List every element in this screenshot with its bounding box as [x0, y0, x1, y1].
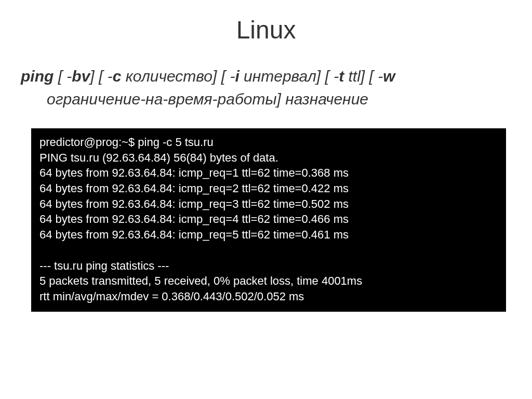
syntax-fragment: [ -: [54, 68, 72, 85]
terminal-line: 64 bytes from 92.63.64.84: icmp_req=5 tt…: [39, 227, 498, 243]
terminal-line: 64 bytes from 92.63.64.84: icmp_req=3 tt…: [39, 196, 498, 212]
syntax-fragment: ping: [21, 68, 54, 85]
syntax-fragment: c: [113, 68, 122, 85]
terminal-line: 64 bytes from 92.63.64.84: icmp_req=1 tt…: [39, 165, 498, 181]
terminal-line: rtt min/avg/max/mdev = 0.368/0.443/0.502…: [39, 289, 498, 304]
terminal-line: 64 bytes from 92.63.64.84: icmp_req=4 tt…: [39, 211, 498, 227]
syntax-fragment: интервал] [ -: [240, 68, 339, 85]
terminal-line: [39, 243, 498, 258]
terminal-line: --- tsu.ru ping statistics ---: [39, 258, 498, 274]
terminal-line: predictor@prog:~$ ping -c 5 tsu.ru: [39, 135, 498, 150]
syntax-fragment: bv: [72, 68, 90, 85]
syntax-line2: ограничение-на-время-работы] назначение: [21, 88, 511, 111]
terminal-line: PING tsu.ru (92.63.64.84) 56(84) bytes o…: [39, 150, 498, 166]
syntax-block: ping [ -bv] [ -c количество] [ -i интерв…: [0, 65, 532, 110]
terminal-output: predictor@prog:~$ ping -c 5 tsu.ruPING t…: [31, 128, 506, 312]
syntax-fragment: i: [235, 68, 239, 85]
syntax-fragment: ] [ -: [90, 68, 112, 85]
syntax-fragment: количество] [ -: [121, 68, 235, 85]
slide-title: Linux: [0, 16, 532, 44]
syntax-fragment: ttl] [ -: [344, 68, 383, 85]
terminal-line: 5 packets transmitted, 5 received, 0% pa…: [39, 273, 498, 289]
slide: Linux ping [ -bv] [ -c количество] [ -i …: [0, 0, 532, 399]
syntax-fragment: t: [339, 68, 344, 85]
syntax-fragment: w: [383, 68, 395, 85]
terminal-line: 64 bytes from 92.63.64.84: icmp_req=2 tt…: [39, 181, 498, 196]
syntax-line1: ping [ -bv] [ -c количество] [ -i интерв…: [21, 68, 395, 85]
